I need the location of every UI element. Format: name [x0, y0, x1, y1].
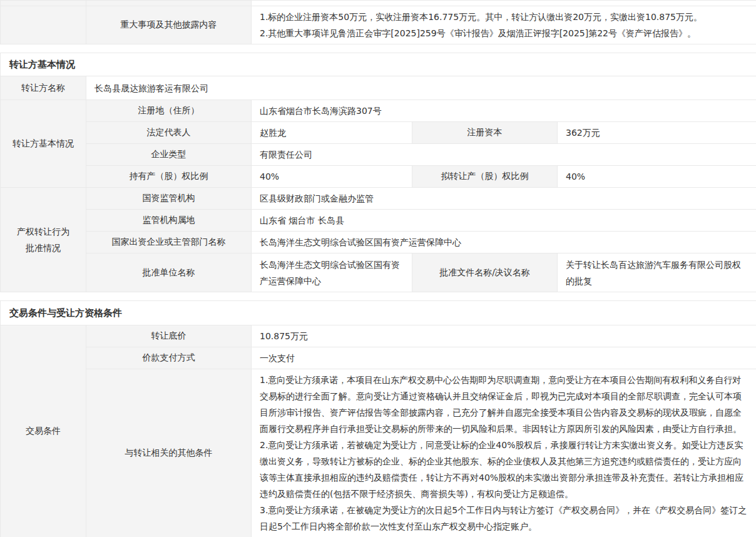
transferor-table: 转让方基本情况 转让方名称 长岛县晟达旅游客运有限公司 转让方基本情况 注册地（… — [0, 53, 756, 292]
cutoff-row-value-cell — [252, 1, 756, 6]
field-label-approval-unit: 批准单位名称 — [86, 253, 252, 292]
field-value-floor-price: 10.875万元 — [252, 325, 756, 347]
field-value-payment-method: 一次支付 — [252, 347, 756, 369]
section-gap — [0, 44, 756, 53]
group-label-approval-info: 产权转让行为 批准情况 — [1, 188, 86, 292]
field-value-registered-address: 山东省烟台市长岛海滨路307号 — [252, 100, 756, 122]
section-title-transferor: 转让方基本情况 — [1, 53, 756, 76]
field-value-approval-unit: 长岛海洋生态文明综合试验区国有资产运营保障中心 — [252, 253, 412, 292]
section-title-trade: 交易条件与受让方资格条件 — [1, 301, 756, 325]
field-label-registered-capital: 注册资本 — [412, 122, 558, 144]
field-value-transfer-ratio: 40% — [558, 166, 756, 188]
field-label-payment-method: 价款支付方式 — [86, 347, 252, 369]
other-conditions-item-2: 2.意向受让方须承诺，若被确定为受让方，同意受让标的企业40%股权后，承接履行转… — [260, 437, 748, 502]
other-conditions-item-1: 1.意向受让方须承诺，本项目在山东产权交易中心公告期即为尽职调查期，意向受让方在… — [260, 372, 748, 437]
disclosure-label: 重大事项及其他披露内容 — [86, 6, 252, 44]
field-label-state-funded-org: 国家出资企业或主管部门名称 — [86, 232, 252, 253]
field-label-enterprise-type: 企业类型 — [86, 144, 252, 166]
field-value-approval-doc: 关于转让长岛百达旅游汽车服务有限公司股权的批复 — [558, 253, 756, 292]
field-label-registered-address: 注册地（住所） — [86, 100, 252, 122]
other-conditions-item-3: 3.意向受让方须承诺，在被确定为受让方的次日起5个工作日内与转让方签订《产权交易… — [260, 502, 748, 534]
cutoff-row-label-cell — [86, 1, 252, 6]
field-label-floor-price: 转让底价 — [86, 325, 252, 347]
field-value-holding-ratio: 40% — [252, 166, 412, 188]
field-label-other-conditions: 与转让相关的其他条件 — [86, 369, 252, 537]
field-label-approval-doc: 批准文件名称/决议名称 — [412, 253, 558, 292]
field-value-regulator-region: 山东省 烟台市 长岛县 — [252, 210, 756, 232]
disclosure-value: 1.标的企业注册资本50万元，实收注册资本16.775万元。其中，转让方认缴出资… — [252, 6, 756, 44]
disclosure-table: 重大事项及其他披露内容 1.标的企业注册资本50万元，实收注册资本16.775万… — [0, 0, 756, 44]
group-label-approval-line-2: 批准情况 — [1, 240, 86, 256]
disclosure-line-1: 1.标的企业注册资本50万元，实收注册资本16.775万元。其中，转让方认缴出资… — [260, 9, 748, 25]
field-label-legal-representative: 法定代表人 — [86, 122, 252, 144]
disclosure-line-2: 2.其他重大事项详见鲁浩正会审字[2025]259号《审计报告》及烟浩正评报字[… — [260, 25, 748, 41]
field-label-regulator: 国资监管机构 — [86, 188, 252, 210]
field-value-legal-representative: 赵胜龙 — [252, 122, 412, 144]
field-value-state-funded-org: 长岛海洋生态文明综合试验区国有资产运营保障中心 — [252, 232, 756, 253]
field-label-transfer-ratio: 拟转让产（股）权比例 — [412, 166, 558, 188]
field-value-registered-capital: 362万元 — [558, 122, 756, 144]
field-label-regulator-region: 监管机构属地 — [86, 210, 252, 232]
trade-conditions-table: 交易条件与受让方资格条件 交易条件 转让底价 10.875万元 价款支付方式 一… — [0, 300, 756, 537]
cutoff-row-left-cell — [1, 1, 86, 6]
field-value-other-conditions: 1.意向受让方须承诺，本项目在山东产权交易中心公告期即为尽职调查期，意向受让方在… — [252, 369, 756, 537]
group-label-basic-info: 转让方基本情况 — [1, 100, 86, 188]
field-value-regulator: 区县级财政部门或金融办监管 — [252, 188, 756, 210]
group-label-approval-line-1: 产权转让行为 — [1, 223, 86, 240]
field-value-enterprise-type: 有限责任公司 — [252, 144, 756, 166]
section-gap — [0, 292, 756, 300]
field-label-transferor-name: 转让方名称 — [1, 76, 86, 100]
field-value-transferor-name: 长岛县晟达旅游客运有限公司 — [86, 76, 756, 100]
group-label-trade-conditions: 交易条件 — [1, 325, 86, 537]
field-label-holding-ratio: 持有产（股）权比例 — [86, 166, 252, 188]
disclosure-group-cell — [1, 6, 86, 44]
